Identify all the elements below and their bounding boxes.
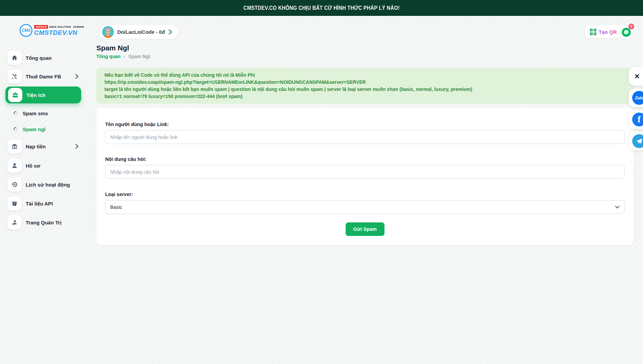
user-name-balance: DoiLacLoiCode - 0đ bbox=[117, 29, 165, 35]
create-qr-button[interactable]: Tạo QR bbox=[585, 25, 621, 38]
sidebar-item-thue-dame-fb[interactable]: Thuê Dame FB bbox=[0, 69, 88, 84]
admin-icon bbox=[7, 215, 22, 229]
chevron-right-icon bbox=[168, 29, 172, 35]
floating-zalo-button[interactable]: Zalo bbox=[629, 89, 643, 107]
floating-telegram-button[interactable] bbox=[629, 132, 643, 150]
toolbox-icon bbox=[8, 88, 22, 102]
zalo-icon: Zalo bbox=[632, 91, 643, 105]
floating-close-button[interactable]: ✕ bbox=[629, 67, 643, 86]
chevron-right-icon bbox=[75, 144, 79, 149]
logo-domain-text: CMSTDEV.VN bbox=[34, 29, 84, 36]
username-label: Tên người dùng hoặc Link: bbox=[105, 122, 169, 127]
chevron-right-icon bbox=[75, 74, 79, 79]
sidebar-item-nap-tien[interactable]: Nạp tiền bbox=[0, 139, 88, 154]
floating-facebook-button[interactable]: f bbox=[629, 110, 643, 129]
breadcrumb: Tổng quan › Spam Ngl bbox=[96, 53, 150, 59]
logo-cms-icon: CMS bbox=[20, 24, 32, 37]
bucket-icon bbox=[7, 196, 22, 211]
qr-code-icon bbox=[590, 29, 596, 35]
server-select[interactable]: Basic bbox=[105, 200, 625, 214]
facebook-icon: f bbox=[632, 113, 643, 126]
sidebar-item-lich-su[interactable]: Lịch sử hoạt động bbox=[0, 177, 88, 192]
sidebar-item-trang-quan-tri[interactable]: Trang Quản Trị bbox=[0, 215, 88, 230]
user-avatar bbox=[102, 26, 114, 38]
breadcrumb-current: Spam Ngl bbox=[128, 54, 150, 59]
send-spam-button[interactable]: Gửi Spam bbox=[346, 222, 384, 236]
spam-form-card: Tên người dùng hoặc Link: Nội dung câu h… bbox=[96, 107, 634, 245]
user-account-pill[interactable]: DoiLacLoiCode - 0đ bbox=[100, 25, 178, 39]
home-icon bbox=[7, 51, 22, 65]
sidebar-subitem-spam-sms[interactable]: Spam sms bbox=[0, 107, 88, 119]
logo-service-badge: SERVICE bbox=[34, 25, 48, 29]
ring-icon bbox=[14, 127, 17, 131]
breadcrumb-home-link[interactable]: Tổng quan bbox=[96, 54, 121, 59]
messenger-button[interactable]: 0 bbox=[620, 26, 633, 39]
ring-icon bbox=[14, 112, 17, 115]
server-select-value: Basic bbox=[110, 204, 122, 210]
sidebar-item-tong-quan[interactable]: Tổng quan bbox=[0, 50, 88, 66]
messenger-icon bbox=[622, 28, 631, 37]
info-line-2: https://rip.cmstdev.coapi/spam-ngl.php?t… bbox=[104, 79, 625, 85]
api-info-box: Nếu bạn biết về Code có thể dùng API của… bbox=[96, 68, 634, 104]
bank-icon bbox=[7, 139, 22, 153]
telegram-icon bbox=[632, 134, 643, 148]
breadcrumb-separator: › bbox=[124, 53, 125, 59]
user-icon bbox=[7, 159, 22, 173]
sidebar: CMS SERVICE ADDS SOLUTION - DOMAIN CMSTD… bbox=[0, 16, 88, 364]
site-logo[interactable]: CMS SERVICE ADDS SOLUTION - DOMAIN CMSTD… bbox=[20, 24, 84, 37]
sidebar-item-ho-so[interactable]: Hồ sơ bbox=[0, 158, 88, 173]
tools-icon bbox=[7, 69, 22, 83]
logo-tagline: ADDS SOLUTION - DOMAIN bbox=[49, 26, 84, 28]
create-qr-label: Tạo QR bbox=[599, 29, 617, 35]
chevron-down-icon bbox=[615, 205, 620, 209]
sidebar-item-tai-lieu-api[interactable]: Tài liệu API bbox=[0, 196, 88, 211]
history-icon bbox=[7, 177, 22, 192]
sidebar-subitem-spam-ngl[interactable]: Spam ngl bbox=[0, 123, 88, 135]
username-input[interactable] bbox=[105, 130, 625, 144]
question-input[interactable] bbox=[105, 165, 625, 179]
legal-disclaimer-banner: CMSTDEV.CO KHÔNG CHỊU BẤT CỨ HÌNH THỨC P… bbox=[0, 0, 643, 16]
banner-text: CMSTDEV.CO KHÔNG CHỊU BẤT CỨ HÌNH THỨC P… bbox=[243, 5, 400, 11]
close-icon: ✕ bbox=[634, 72, 640, 80]
question-label: Nội dung câu hỏi: bbox=[105, 156, 146, 162]
info-line-4: basic=1 normal=79 luxury=150 premium=222… bbox=[104, 94, 625, 99]
info-line-1: Nếu bạn biết về Code có thể dùng API của… bbox=[104, 72, 625, 78]
info-line-3: target là tên người dùng hoặc liên kết b… bbox=[104, 87, 625, 92]
messenger-notification-badge: 0 bbox=[628, 24, 634, 29]
sidebar-item-tien-ich-active[interactable]: Tiện ích bbox=[5, 87, 81, 103]
page-title: Spam Ngl bbox=[96, 44, 129, 52]
server-label: Loại server: bbox=[105, 192, 133, 197]
